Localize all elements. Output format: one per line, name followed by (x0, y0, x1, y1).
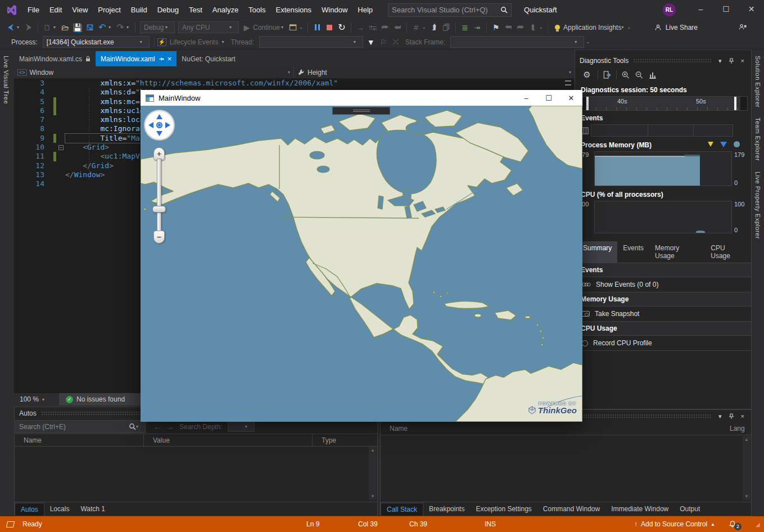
toolbar-overflow-icon[interactable]: ⌄ (299, 25, 305, 30)
stop-debugging-icon[interactable] (323, 21, 336, 34)
maximize-button[interactable]: ☐ (713, 0, 739, 18)
continue-play-icon[interactable]: ▶ (241, 21, 253, 34)
tab-close-icon[interactable]: × (168, 55, 172, 63)
in-app-debug-toolbar[interactable] (332, 107, 390, 115)
application-insights-button[interactable]: Application Insights (563, 24, 621, 31)
thread-select[interactable]: ▾ (259, 36, 363, 48)
resize-grip[interactable]: ◢ (756, 516, 760, 532)
pin-icon[interactable] (729, 413, 734, 420)
zoom-in-icon[interactable] (621, 71, 630, 79)
column-name[interactable]: Name (381, 422, 727, 435)
bookmark-overflow-icon[interactable]: ⌄ (539, 25, 545, 30)
navigate-back-icon[interactable]: ⮜ (4, 21, 17, 34)
indent-decrease-icon[interactable]: ≣ (459, 21, 471, 34)
app-minimize-icon[interactable]: – (515, 90, 537, 106)
debug-overflow-icon[interactable]: ⌄ (422, 25, 428, 30)
menu-file[interactable]: File (22, 3, 44, 16)
menu-extensions[interactable]: Extensions (270, 3, 317, 16)
indent-increase-icon[interactable]: ⯮ (471, 21, 483, 34)
tab-watch-1[interactable]: Watch 1 (75, 503, 111, 515)
zoom-out-icon[interactable] (635, 71, 644, 79)
tab-live-property-explorer[interactable]: Live Property Explorer (752, 169, 764, 241)
breakpoint-settings-icon[interactable]: # (410, 21, 422, 34)
search-back-icon[interactable]: ← (151, 421, 164, 433)
back-dropdown-icon[interactable]: ▾ (17, 25, 22, 30)
zoom-dropdown-icon[interactable]: ▾ (42, 397, 48, 402)
memory-chart[interactable] (594, 151, 732, 186)
send-feedback-icon[interactable] (738, 23, 747, 31)
autos-scrollbar[interactable]: ▲▼ (369, 447, 377, 500)
save-all-icon[interactable]: 🖫 (84, 21, 96, 34)
previous-bookmark-icon[interactable]: ⮪ (502, 21, 514, 34)
column-value[interactable]: Value (144, 434, 313, 446)
process-select[interactable]: [14364] Quickstart.exe▾ (43, 36, 150, 48)
open-file-icon[interactable]: 🗁 (59, 21, 71, 34)
background-tasks-icon[interactable] (6, 521, 15, 528)
continue-button[interactable]: Continue (253, 24, 280, 31)
pin-icon[interactable] (159, 56, 164, 62)
tab-mainwindow-xaml-cs[interactable]: MainWindow.xaml.cs (14, 51, 96, 66)
next-bookmark-icon[interactable]: ⮫ (514, 21, 527, 34)
tab-live-visual-tree[interactable]: Live Visual Tree (0, 53, 12, 106)
column-name[interactable]: Name (15, 434, 144, 446)
account-avatar[interactable]: RL (663, 3, 676, 16)
panel-dropdown-icon[interactable]: ▾ (716, 57, 724, 65)
menu-help[interactable]: Help (352, 3, 378, 16)
new-dropdown-icon[interactable]: ▾ (53, 25, 59, 30)
new-project-icon[interactable]: 🗋 (41, 21, 53, 34)
fold-collapse-icon[interactable]: − (58, 145, 64, 150)
minimize-button[interactable]: – (688, 0, 713, 18)
tab-nuget-quickstart[interactable]: NuGet: Quickstart (177, 51, 240, 66)
pin-icon[interactable] (729, 58, 734, 64)
app-maximize-icon[interactable]: ☐ (537, 90, 560, 106)
continue-dropdown-icon[interactable]: ▾ (281, 25, 287, 30)
solution-platform-select[interactable]: Any CPU▾ (178, 21, 239, 33)
search-input[interactable]: Search Visual Studio (Ctrl+Q) (388, 3, 512, 17)
tab-output[interactable]: Output (674, 503, 706, 515)
panel-close-icon[interactable]: × (739, 413, 747, 420)
bookmark-icon[interactable]: ⚑ (490, 21, 502, 34)
menu-window[interactable]: Window (317, 3, 352, 16)
tab-mainwindow-xaml[interactable]: MainWindow.xaml× (96, 51, 177, 66)
app-insights-overflow-icon[interactable]: ⌄ (627, 25, 632, 30)
close-button[interactable]: ✕ (739, 0, 764, 18)
menu-project[interactable]: Project (93, 3, 125, 16)
zoom-out-button[interactable]: − (153, 231, 165, 244)
show-next-statement-icon[interactable]: → (354, 21, 367, 34)
menu-tools[interactable]: Tools (243, 3, 270, 16)
procbar-overflow-icon[interactable]: ⌄ (586, 39, 591, 44)
breadcrumb-dropdown-icon[interactable]: ▾ (288, 70, 290, 75)
map-pan-control[interactable] (144, 110, 175, 141)
copy-element-icon[interactable]: 🗍 (440, 21, 453, 34)
flagged-threads-icon[interactable]: ⚐ (377, 36, 390, 48)
menu-analyze[interactable]: Analyze (207, 3, 243, 16)
restart-icon[interactable]: ↻ (336, 21, 348, 34)
live-share-icon[interactable] (654, 24, 662, 31)
settings-gear-icon[interactable]: ⚙ (581, 69, 593, 81)
diag-tab-summary[interactable]: Summary (577, 241, 617, 263)
search-forward-icon[interactable]: → (164, 421, 176, 433)
performance-profiler-icon[interactable]: 🗔 (287, 21, 299, 34)
app-insights-dropdown-icon[interactable]: ▾ (621, 25, 627, 30)
menu-build[interactable]: Build (126, 3, 152, 16)
editor-zoom-select[interactable]: 100 % (14, 395, 39, 403)
cpu-chart[interactable] (594, 201, 732, 233)
diag-tab-memory-usage[interactable]: Memory Usage (649, 241, 705, 263)
panel-close-icon[interactable]: × (739, 57, 747, 64)
reset-view-chart-icon[interactable] (648, 71, 657, 79)
app-title-bar[interactable]: MainWindow – ☐ ✕ (141, 90, 582, 106)
search-depth-select[interactable]: ▾ (228, 421, 255, 432)
tab-autos[interactable]: Autos (15, 503, 44, 516)
menu-edit[interactable]: Edit (44, 3, 67, 16)
take-snapshot-link[interactable]: Take Snapshot (575, 306, 751, 322)
search-options-icon[interactable]: ▾ (136, 424, 142, 429)
zoom-handle[interactable] (152, 206, 166, 213)
column-lang[interactable]: Lang (727, 422, 751, 435)
step-over-icon[interactable]: ⮫ (379, 21, 391, 34)
app-window-mainwindow[interactable]: MainWindow – ☐ ✕ (141, 90, 582, 422)
callstack-scrollbar[interactable]: ▲▼ (743, 436, 751, 500)
solution-configuration-select[interactable]: Debug▾ (140, 21, 175, 33)
stack-frame-select[interactable]: ▾ (450, 36, 584, 48)
record-cpu-link[interactable]: Record CPU Profile (575, 336, 751, 351)
redo-icon[interactable]: ↷ (114, 21, 126, 34)
